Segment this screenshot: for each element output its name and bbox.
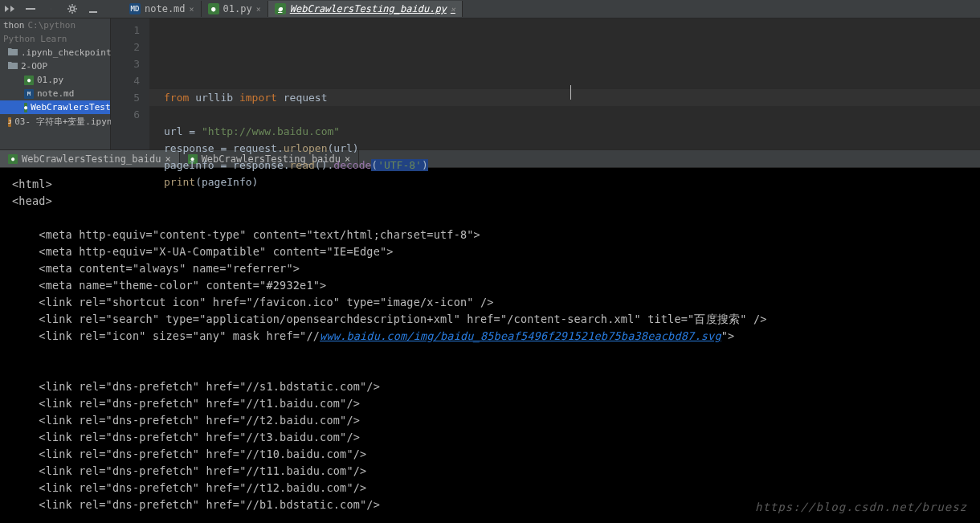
editor-tab[interactable]: MDnote.md×	[123, 1, 202, 17]
tab-label: 01.py	[223, 3, 252, 14]
editor-tab[interactable]: ●WebCrawlersTesting_baidu.py×	[268, 1, 463, 17]
python-file-icon: ●	[24, 103, 27, 112]
line-number: 1	[114, 22, 140, 39]
divider-icon	[46, 3, 57, 14]
project-root-label: thon	[3, 20, 25, 31]
sidebar-item[interactable]: ●WebCrawlersTesting	[0, 100, 110, 114]
editor-tabs: MDnote.md×●01.py×●WebCrawlersTesting_bai…	[123, 1, 463, 17]
sidebar-item[interactable]: Mnote.md	[0, 87, 110, 100]
py-file-icon: ●	[208, 3, 219, 14]
svg-rect-0	[26, 8, 35, 10]
code-editor[interactable]: 123456 from urllib import request url = …	[111, 18, 980, 149]
notebook-file-icon: J	[8, 117, 11, 127]
markdown-file-icon: M	[24, 89, 34, 99]
close-icon[interactable]: ×	[451, 5, 455, 14]
tab-label: note.md	[145, 3, 186, 14]
collapse-icon[interactable]	[25, 3, 36, 14]
python-file-icon: ●	[8, 154, 18, 164]
sidebar-item-label: .ipynb_checkpoints	[21, 47, 116, 58]
sidebar-item-label: 2-OOP	[21, 61, 47, 72]
console-output[interactable]: <html> <head> <meta http-equiv="content-…	[0, 168, 980, 523]
minimize-icon[interactable]	[88, 3, 99, 14]
code-line: response = request.urlopen(url)	[164, 140, 980, 157]
sidebar-item-label: 03- 字符串+变量.ipynb	[14, 116, 117, 128]
sidebar-item[interactable]: ●01.py	[0, 73, 110, 87]
project-sidebar[interactable]: thon C:\python Python Learn .ipynb_check…	[0, 18, 111, 149]
console-tab-label: WebCrawlersTesting_baidu	[22, 153, 161, 165]
close-icon[interactable]: ×	[256, 5, 261, 14]
close-icon[interactable]: ×	[190, 5, 194, 14]
main-toolbar: MDnote.md×●01.py×●WebCrawlersTesting_bai…	[0, 0, 980, 18]
editor-tab[interactable]: ●01.py×	[202, 1, 268, 17]
python-file-icon: ●	[24, 76, 34, 85]
sidebar-item-label: note.md	[37, 88, 74, 99]
code-area[interactable]: from urllib import request url = "http:/…	[149, 18, 980, 149]
console-link[interactable]: www.baidu.com/img/baidu_85beaf5496f29152…	[320, 329, 721, 342]
tab-label: WebCrawlersTesting_baidu.py	[290, 3, 447, 14]
toolbar-icon-group	[4, 3, 99, 14]
line-gutter: 123456	[111, 18, 149, 149]
project-root[interactable]: thon C:\python	[0, 18, 110, 32]
svg-point-2	[71, 7, 75, 11]
sidebar-item[interactable]: .ipynb_checkpoints	[0, 46, 110, 59]
library-label: Python Learn	[3, 34, 67, 44]
code-line: from urllib import request	[164, 89, 980, 106]
line-number: 6	[114, 106, 140, 123]
main-area: thon C:\python Python Learn .ipynb_check…	[0, 18, 980, 149]
line-number: 2	[114, 39, 140, 55]
line-number: 3	[114, 55, 140, 72]
console-tab[interactable]: ●WebCrawlersTesting_baidu×	[0, 150, 180, 167]
py-file-icon: ●	[275, 3, 286, 14]
folder-icon	[8, 47, 18, 58]
line-number: 4	[114, 72, 140, 89]
code-line	[164, 106, 980, 123]
svg-rect-3	[89, 11, 97, 13]
folder-icon	[8, 61, 18, 72]
code-line: pageInfo = response.read().decode('UTF-8…	[164, 157, 980, 174]
code-line: print(pageInfo)	[164, 174, 980, 190]
md-file-icon: MD	[129, 3, 141, 14]
gear-icon[interactable]	[67, 3, 78, 14]
line-number: 5	[114, 89, 140, 106]
watermark: https://blog.csdn.net/bruesz	[755, 501, 967, 513]
sidebar-item[interactable]: J03- 字符串+变量.ipynb	[0, 114, 110, 129]
project-root-path: C:\python	[28, 20, 76, 31]
library-node[interactable]: Python Learn	[0, 32, 110, 46]
code-line: url = "http://www.baidu.com"	[164, 123, 980, 140]
sidebar-item-label: 01.py	[37, 75, 63, 85]
expand-icon[interactable]	[4, 3, 15, 14]
sidebar-item[interactable]: 2-OOP	[0, 59, 110, 73]
